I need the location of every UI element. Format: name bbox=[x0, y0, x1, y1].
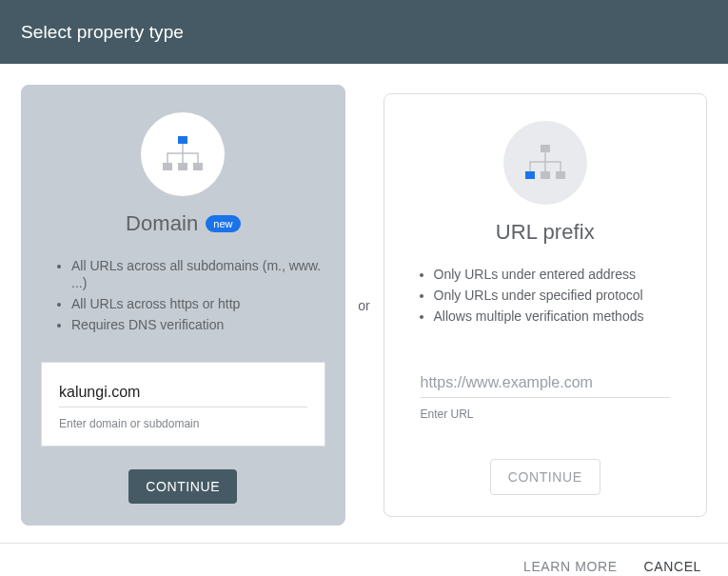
svg-rect-4 bbox=[541, 145, 550, 152]
card-url-prefix-title-row: URL prefix bbox=[496, 220, 595, 245]
list-item: All URLs across https or http bbox=[71, 295, 325, 312]
domain-input-box: Enter domain or subdomain bbox=[41, 362, 325, 447]
sitemap-icon bbox=[141, 112, 225, 196]
dialog-title: Select property type bbox=[21, 22, 184, 43]
domain-input[interactable] bbox=[59, 380, 307, 407]
new-badge: new bbox=[206, 215, 240, 232]
card-domain[interactable]: Domain new All URLs across all subdomain… bbox=[21, 85, 345, 526]
cancel-button[interactable]: CANCEL bbox=[644, 559, 701, 574]
svg-rect-6 bbox=[541, 171, 550, 179]
card-url-prefix[interactable]: URL prefix Only URLs under entered addre… bbox=[384, 93, 708, 517]
card-domain-title-row: Domain new bbox=[126, 211, 241, 236]
svg-rect-5 bbox=[525, 171, 535, 179]
continue-button-domain[interactable]: CONTINUE bbox=[128, 469, 237, 504]
card-url-prefix-bullets: Only URLs under entered address Only URL… bbox=[407, 262, 644, 328]
dialog-header: Select property type bbox=[0, 0, 728, 64]
url-input[interactable] bbox=[421, 370, 671, 398]
url-input-helper: Enter URL bbox=[421, 407, 671, 421]
url-button-row: CONTINUE bbox=[403, 459, 688, 495]
svg-rect-7 bbox=[556, 171, 565, 179]
card-url-prefix-title: URL prefix bbox=[496, 220, 595, 245]
list-item: Requires DNS verification bbox=[71, 316, 325, 333]
sitemap-icon bbox=[503, 121, 587, 205]
svg-rect-1 bbox=[163, 163, 172, 170]
learn-more-button[interactable]: LEARN MORE bbox=[523, 559, 618, 574]
list-item: Allows multiple verification methods bbox=[434, 308, 644, 325]
domain-input-helper: Enter domain or subdomain bbox=[59, 417, 307, 430]
list-item: Only URLs under entered address bbox=[434, 266, 644, 283]
list-item: All URLs across all subdomains (m., www.… bbox=[71, 257, 325, 291]
domain-button-row: CONTINUE bbox=[41, 469, 325, 504]
svg-rect-3 bbox=[193, 163, 203, 170]
svg-rect-2 bbox=[178, 163, 187, 170]
continue-button-url-prefix[interactable]: CONTINUE bbox=[490, 459, 600, 495]
list-item: Only URLs under specified protocol bbox=[434, 287, 644, 304]
dialog-footer: LEARN MORE CANCEL bbox=[0, 543, 728, 576]
dialog-content: Domain new All URLs across all subdomain… bbox=[0, 64, 728, 543]
separator-or: or bbox=[345, 298, 384, 313]
svg-rect-0 bbox=[178, 136, 187, 144]
card-domain-bullets: All URLs across all subdomains (m., www.… bbox=[45, 253, 325, 337]
card-domain-title: Domain bbox=[126, 211, 198, 236]
url-input-box: Enter URL bbox=[403, 353, 688, 436]
